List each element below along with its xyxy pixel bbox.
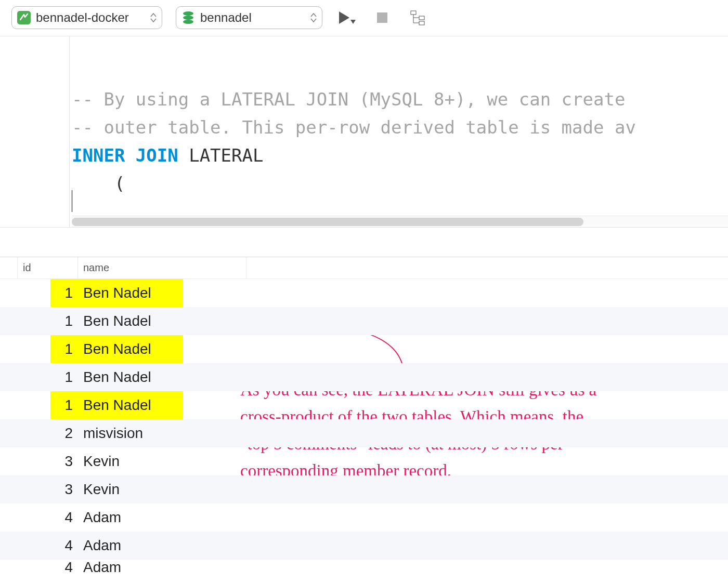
run-button[interactable]: [336, 7, 358, 29]
connection-dropdown[interactable]: bennadel-docker: [11, 6, 162, 29]
svg-marker-3: [339, 11, 349, 24]
text-cursor: [72, 190, 72, 212]
results-body: 1Ben Nadel1Ben Nadel1Ben Nadel1Ben Nadel…: [0, 279, 728, 575]
chevron-up-down-icon: [147, 13, 160, 22]
cell-id: 4: [18, 560, 78, 575]
toolbar: bennadel-docker bennadel: [0, 0, 728, 36]
column-header-id[interactable]: id: [18, 257, 78, 278]
code-text: (: [72, 173, 125, 194]
table-row[interactable]: 1Ben Nadel: [0, 307, 728, 335]
svg-point-1: [183, 16, 193, 20]
code-keyword: INNER JOIN: [72, 145, 178, 166]
table-row[interactable]: 1Ben Nadel: [0, 279, 728, 307]
cell-name: Adam: [78, 537, 246, 554]
connection-icon: [17, 11, 31, 24]
cell-id: 1: [18, 313, 78, 329]
cell-id: 1: [18, 369, 78, 386]
results-pane: id name 1Ben Nadel1Ben Nadel1Ben Nadel1B…: [0, 257, 728, 575]
cell-name: Ben Nadel: [78, 397, 246, 414]
code-text: LATERAL: [178, 145, 264, 166]
table-row[interactable]: 4Adam: [0, 503, 728, 532]
code-comment: -- By using a LATERAL JOIN (MySQL 8+), w…: [72, 89, 625, 110]
svg-rect-8: [419, 21, 424, 25]
chevron-up-down-icon: [307, 13, 320, 22]
table-row[interactable]: 1Ben Nadel: [0, 363, 728, 391]
table-row[interactable]: 2misvision: [0, 419, 728, 447]
pane-gap: [0, 228, 728, 257]
results-header-row: id name: [0, 257, 728, 279]
cell-name: Kevin: [78, 453, 246, 470]
svg-marker-4: [350, 20, 356, 24]
svg-point-2: [183, 20, 193, 24]
database-icon: [181, 11, 195, 24]
cell-id: 2: [18, 425, 78, 442]
cell-id: 4: [18, 509, 78, 526]
cell-id: 4: [18, 537, 78, 554]
cell-name: Adam: [78, 560, 246, 575]
horizontal-scrollbar[interactable]: [72, 216, 728, 227]
row-index-header: [0, 257, 18, 278]
svg-point-0: [183, 11, 193, 16]
table-row[interactable]: 3Kevin: [0, 447, 728, 475]
stop-button[interactable]: [371, 7, 393, 29]
cell-id: 1: [18, 285, 78, 301]
sql-editor[interactable]: -- By using a LATERAL JOIN (MySQL 8+), w…: [70, 36, 728, 227]
cell-id: 3: [18, 481, 78, 498]
structure-button[interactable]: [407, 7, 428, 29]
database-label: bennadel: [200, 10, 302, 25]
svg-rect-6: [411, 11, 416, 15]
table-row[interactable]: 1Ben Nadel: [0, 391, 728, 419]
table-row[interactable]: 4Adam: [0, 560, 728, 575]
cell-name: Adam: [78, 509, 246, 526]
column-header-name[interactable]: name: [78, 257, 246, 278]
cell-id: 3: [18, 453, 78, 470]
cell-name: Ben Nadel: [78, 341, 246, 357]
table-row[interactable]: 4Adam: [0, 532, 728, 560]
table-row[interactable]: 1Ben Nadel: [0, 335, 728, 363]
cell-name: Ben Nadel: [78, 313, 246, 329]
svg-rect-7: [419, 16, 424, 20]
cell-name: Kevin: [78, 481, 246, 498]
scrollbar-thumb[interactable]: [72, 218, 583, 226]
table-row[interactable]: 3Kevin: [0, 475, 728, 503]
connection-label: bennadel-docker: [36, 10, 142, 25]
code-comment: -- outer table. This per-row derived tab…: [72, 117, 636, 138]
database-dropdown[interactable]: bennadel: [176, 6, 322, 29]
svg-rect-5: [377, 12, 387, 23]
editor-gutter: [0, 36, 70, 227]
sql-editor-area: -- By using a LATERAL JOIN (MySQL 8+), w…: [0, 36, 728, 228]
cell-id: 1: [18, 341, 78, 357]
cell-id: 1: [18, 397, 78, 414]
cell-name: misvision: [78, 425, 246, 442]
cell-name: Ben Nadel: [78, 369, 246, 386]
cell-name: Ben Nadel: [78, 285, 246, 301]
